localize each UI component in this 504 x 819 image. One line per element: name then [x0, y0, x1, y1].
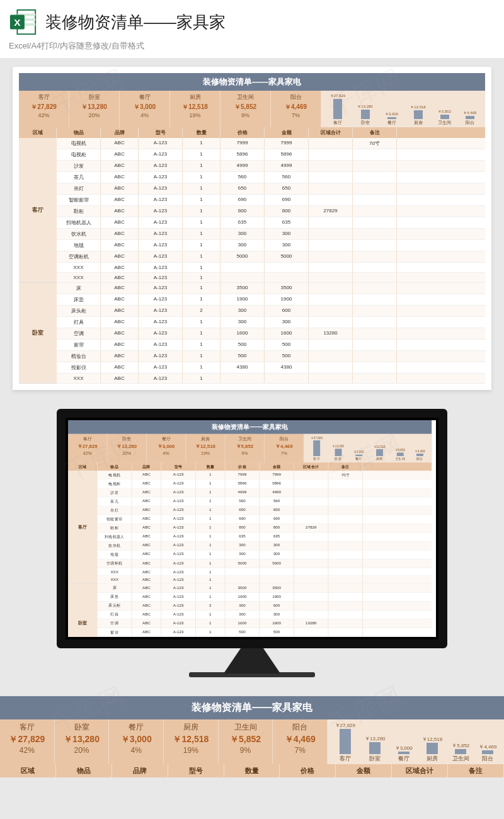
- table-section: 客厅 电视机 ABC A-123 1 7999 7999 70寸 电视柜 ABC…: [19, 138, 485, 283]
- summary-value: ￥27,829: [68, 444, 107, 450]
- cell-amount: 1900: [260, 593, 294, 601]
- cell-qty: 1: [196, 610, 226, 619]
- cell-qty: 1: [196, 533, 226, 541]
- table-row: 空调 ABC A-123 1 1600 1600 13280: [57, 328, 485, 340]
- summary-pct: 9%: [220, 112, 270, 120]
- cell-note: [328, 628, 363, 636]
- cell-item: 床: [57, 283, 101, 294]
- cell-price: 300: [220, 229, 265, 239]
- cell-note: [328, 497, 363, 505]
- cell-subtotal: [294, 602, 329, 610]
- cell-price: 300: [220, 240, 265, 251]
- column-header: 价格: [226, 462, 260, 471]
- cell-model: A-123: [161, 628, 196, 636]
- cell-brand: ABC: [101, 161, 139, 171]
- cell-amount: 7999: [265, 138, 309, 149]
- cell-note: [328, 619, 363, 627]
- cell-model: A-123: [161, 542, 196, 550]
- cell-note: [353, 317, 397, 328]
- summary-value: ￥5,852: [220, 103, 270, 112]
- chart-bar: [333, 99, 342, 119]
- column-header: 价格: [220, 127, 265, 138]
- cell-qty: 1: [196, 507, 226, 515]
- cell-model: A-123: [139, 229, 183, 239]
- cell-model: A-123: [139, 138, 183, 149]
- cell-note: [353, 351, 397, 362]
- cell-model: A-123: [161, 568, 196, 576]
- cell-brand: ABC: [132, 576, 161, 583]
- chart-bar: [466, 116, 474, 119]
- cell-amount: 3500: [265, 283, 309, 294]
- chart-bar-0: ￥27,829 客厅: [311, 436, 323, 462]
- cell-subtotal: [294, 542, 329, 550]
- svg-text:X: X: [14, 17, 21, 28]
- chart-category-label: 阳台: [466, 120, 474, 126]
- strip-summary-cell: 卫生间 ￥5,852 9%: [219, 719, 273, 764]
- summary-cell-1: 卧室 ￥13,280 20%: [69, 91, 120, 127]
- cell-subtotal: [309, 240, 353, 251]
- summary-cell-3: 厨房 ￥12,518 19%: [170, 91, 220, 127]
- cell-note: [328, 488, 363, 496]
- chart-bar-5: ￥4,469 阳台: [415, 449, 425, 462]
- cell-price: 650: [226, 507, 260, 515]
- chart-bar: [361, 110, 370, 119]
- cell-brand: ABC: [132, 584, 161, 592]
- table-row: XXX ABC A-123 1: [57, 273, 485, 283]
- cell-note: [328, 559, 363, 568]
- cell-model: A-123: [161, 593, 196, 601]
- summary-pct: 42%: [68, 450, 107, 457]
- cell-item: 电视柜: [57, 149, 101, 160]
- cell-subtotal: 27829: [294, 524, 329, 532]
- cell-model: A-123: [139, 251, 183, 262]
- cell-amount: 5896: [265, 149, 309, 160]
- cell-brand: ABC: [101, 374, 139, 383]
- strip-title: 装修物资清单——家具家电: [0, 696, 504, 719]
- table-row: 地毯 ABC A-123 1 300 300: [57, 240, 485, 251]
- cell-qty: 1: [183, 328, 220, 339]
- summary-name: 卧室: [107, 435, 146, 443]
- cell-note: [353, 340, 397, 350]
- cell-qty: 1: [196, 559, 226, 568]
- table-header: 区域物品品牌型号数量价格金额区域合计备注: [19, 127, 485, 138]
- summary-pct: 4%: [147, 450, 186, 457]
- cell-price: 300: [220, 306, 265, 316]
- cell-amount: 500: [260, 628, 294, 636]
- cell-item: XXX: [98, 568, 132, 576]
- cell-price: 1600: [220, 328, 265, 339]
- cell-item: 窗帘: [98, 628, 132, 636]
- cell-qty: 1: [183, 183, 220, 194]
- cell-brand: ABC: [101, 240, 139, 251]
- cell-note: [353, 306, 397, 316]
- summary-value: ￥3,000: [120, 103, 169, 112]
- column-header: 数量: [183, 127, 220, 138]
- cell-brand: ABC: [101, 294, 139, 305]
- cell-amount: 5000: [265, 251, 309, 262]
- cell-item: 扫地机器人: [98, 533, 132, 541]
- cell-brand: ABC: [132, 619, 161, 627]
- cell-brand: ABC: [132, 497, 161, 505]
- area-cell: 卧室: [68, 584, 98, 637]
- column-header: 品牌: [101, 127, 139, 138]
- cell-item: 灯具: [98, 610, 132, 619]
- cell-amount: 635: [265, 217, 309, 228]
- cell-qty: 1: [183, 351, 220, 362]
- bottom-strip: 装修物资清单——家具家电 客厅 ￥27,829 42% 卧室 ￥13,280 2…: [0, 696, 504, 777]
- cell-subtotal: [294, 628, 329, 636]
- cell-price: 635: [226, 533, 260, 541]
- table-row: XXX ABC A-123 1: [98, 568, 432, 576]
- chart-value-label: ￥5,852: [438, 109, 451, 115]
- cell-model: A-123: [139, 362, 183, 373]
- cell-item: 吊灯: [57, 183, 101, 194]
- chart-value-label: ￥12,518: [374, 445, 386, 449]
- summary-name: 厨房: [170, 92, 220, 103]
- chart-bar: [440, 115, 449, 119]
- cell-amount: 650: [260, 507, 294, 515]
- cell-qty: 1: [183, 172, 220, 183]
- cell-amount: [265, 374, 309, 383]
- cell-amount: 5000: [260, 559, 294, 568]
- cell-note: [353, 161, 397, 171]
- table-section: 卧室 床 ABC A-123 1 3500 3500 床垫 ABC A-123 …: [19, 283, 485, 384]
- cell-qty: 1: [183, 263, 220, 272]
- cell-price: [220, 374, 265, 383]
- table-row: 鞋柜 ABC A-123 1 800 800 27829: [57, 206, 485, 217]
